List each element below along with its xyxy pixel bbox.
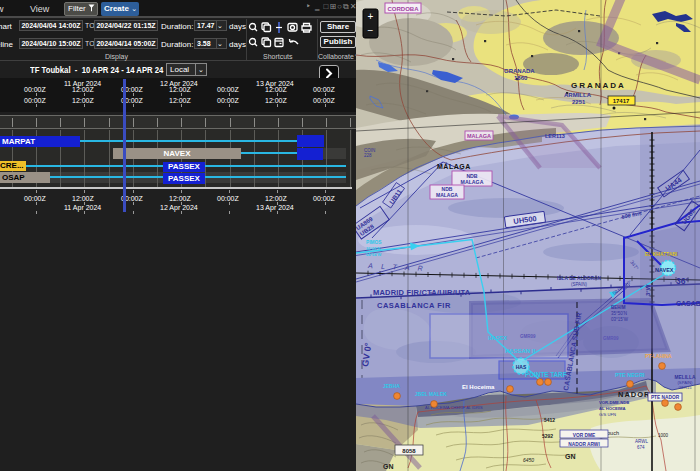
svg-text:36°: 36° [676, 276, 689, 286]
svg-text:GMR09: GMR09 [603, 336, 619, 341]
svg-text:CASAB: CASAB [676, 300, 700, 307]
svg-text:VOR DME: VOR DME [573, 433, 596, 438]
svg-text:5412: 5412 [544, 417, 555, 423]
svg-text:NDB: NDB [466, 173, 477, 179]
svg-text:674: 674 [637, 445, 645, 450]
svg-text:6450: 6450 [523, 457, 534, 463]
svg-text:MALAGA: MALAGA [436, 192, 458, 198]
svg-text:+: + [368, 11, 374, 22]
svg-text:17417: 17417 [613, 98, 630, 104]
svg-text:(SPAIN): (SPAIN) [571, 282, 588, 287]
svg-text:MÁLAGA: MÁLAGA [437, 162, 471, 170]
svg-text:PIMOS: PIMOS [366, 240, 382, 245]
svg-text:VOR-DME-NDB: VOR-DME-NDB [599, 400, 629, 405]
svg-text:G/S UFN: G/S UFN [599, 412, 616, 417]
svg-text:36°09'N: 36°09'N [366, 246, 380, 251]
svg-text:CORDOBA: CORDOBA [388, 6, 420, 12]
svg-text:2251: 2251 [572, 99, 586, 105]
svg-text:El Hoceima: El Hoceima [462, 384, 495, 390]
svg-text:−: − [368, 25, 374, 36]
svg-text:35°50'N: 35°50'N [611, 311, 627, 316]
svg-text:GMR09: GMR09 [520, 334, 536, 339]
svg-text:NAVEX: NAVEX [655, 267, 674, 273]
svg-text:HAS: HAS [516, 364, 527, 370]
svg-text:228: 228 [364, 153, 372, 158]
svg-text:PTE NADOR: PTE NADOR [651, 395, 680, 400]
svg-text:PT-LAHINA: PT-LAHINA [645, 353, 672, 359]
svg-text:ARMILLA: ARMILLA [564, 92, 592, 98]
svg-text:1860: 1860 [514, 75, 528, 81]
svg-text:EL KHATTABI: EL KHATTABI [645, 251, 678, 257]
svg-text:03°15'W: 03°15'W [611, 317, 629, 322]
svg-text:GRANADA: GRANADA [571, 81, 626, 90]
svg-text:AL HOCEIMA: AL HOCEIMA [599, 406, 625, 411]
svg-text:NADOR: NADOR [618, 390, 651, 399]
svg-text:8058: 8058 [402, 448, 416, 454]
svg-text:ISLA DE ALBORAN: ISLA DE ALBORAN [557, 276, 601, 281]
svg-text:5292: 5292 [542, 433, 553, 439]
svg-text:GER15: GER15 [678, 385, 692, 390]
svg-text:MALAGA: MALAGA [467, 133, 491, 139]
svg-text:04°54'W: 04°54'W [366, 252, 381, 257]
svg-text:HASSAN II: HASSAN II [505, 348, 536, 354]
svg-text:LER113: LER113 [545, 133, 565, 139]
svg-text:NADOR ARWI: NADOR ARWI [568, 442, 600, 447]
svg-text:JBEL MALEK: JBEL MALEK [415, 391, 447, 397]
svg-text:GRANADA: GRANADA [504, 68, 535, 74]
svg-text:CASABLANCA FIR: CASABLANCA FIR [377, 301, 451, 310]
svg-text:HASEX: HASEX [488, 335, 507, 341]
svg-text:3°W: 3°W [645, 284, 651, 296]
svg-text:MADRID FIR/CTA/UIR/UTA: MADRID FIR/CTA/UIR/UTA [373, 288, 471, 297]
svg-text:BEH/M: BEH/M [611, 305, 626, 310]
svg-text:GN: GN [565, 453, 576, 460]
svg-text:ARWL: ARWL [635, 439, 648, 444]
svg-text:POINTE TARF: POINTE TARF [525, 371, 567, 378]
svg-text:PTE NEGRI: PTE NEGRI [615, 372, 645, 378]
svg-text:JEBHA: JEBHA [383, 383, 400, 389]
svg-text:GN: GN [383, 463, 394, 470]
svg-text:1000: 1000 [658, 433, 669, 438]
svg-text:MALAGA: MALAGA [461, 179, 484, 185]
